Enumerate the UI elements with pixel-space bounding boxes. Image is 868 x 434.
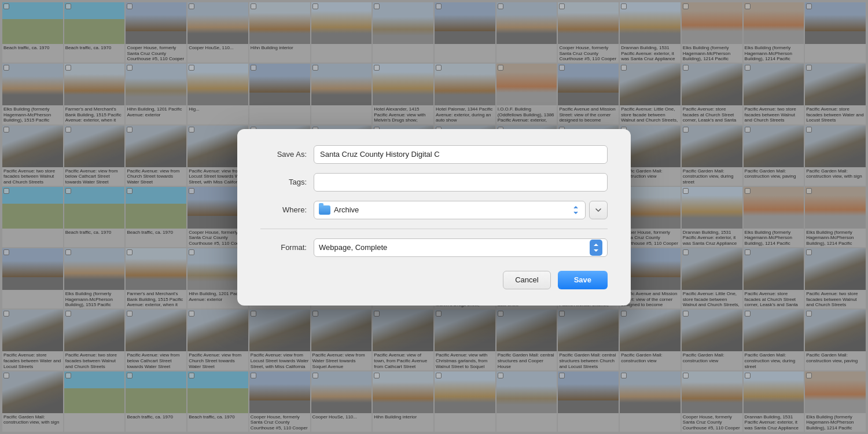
button-row: Cancel Save — [260, 271, 608, 289]
tags-label: Tags: — [260, 178, 307, 186]
cancel-button[interactable]: Cancel — [503, 271, 550, 289]
modal-overlay: Save As: Tags: Where: Archive — [0, 0, 868, 434]
divider — [260, 229, 608, 229]
save-as-label: Save As: — [260, 150, 307, 159]
where-select[interactable]: Archive — [314, 201, 586, 219]
folder-icon — [319, 205, 330, 215]
where-spinner[interactable] — [571, 201, 580, 219]
save-as-row: Save As: — [260, 145, 608, 164]
save-button[interactable]: Save — [558, 271, 608, 289]
format-label: Format: — [260, 243, 307, 252]
save-as-input[interactable] — [314, 145, 608, 164]
format-row: Format: Webpage, Complete — [260, 238, 608, 257]
tags-input[interactable] — [314, 173, 608, 192]
where-expand-button[interactable] — [589, 201, 608, 219]
format-value-text: Webpage, Complete — [319, 243, 590, 252]
format-select[interactable]: Webpage, Complete — [314, 238, 608, 257]
format-select-wrapper: Webpage, Complete — [314, 238, 608, 257]
tags-row: Tags: — [260, 173, 608, 192]
where-select-wrapper: Archive — [314, 201, 608, 219]
save-dialog: Save As: Tags: Where: Archive — [237, 129, 631, 306]
where-value-text: Archive — [334, 205, 571, 214]
where-row: Where: Archive — [260, 201, 608, 219]
where-label: Where: — [260, 205, 307, 214]
format-spinner[interactable] — [590, 240, 602, 256]
svg-rect-0 — [590, 240, 602, 256]
